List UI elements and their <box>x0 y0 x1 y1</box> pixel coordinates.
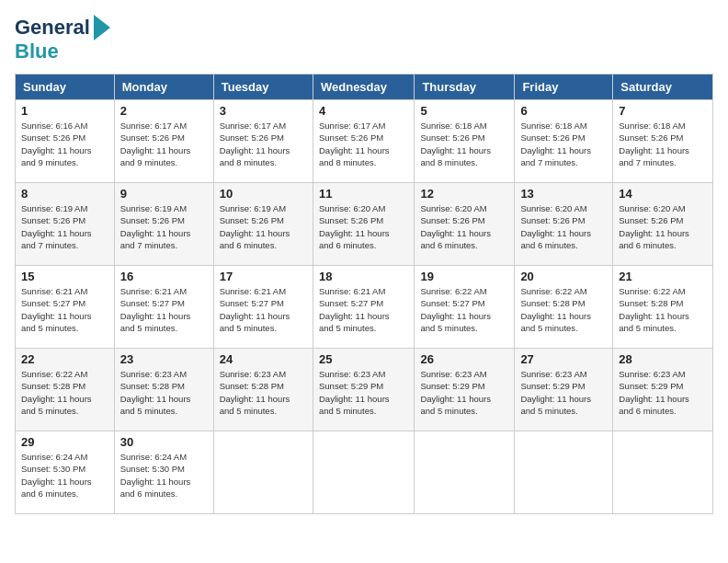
day-info: Sunrise: 6:19 AM Sunset: 5:26 PM Dayligh… <box>21 202 108 251</box>
calendar-day-1: 1Sunrise: 6:16 AM Sunset: 5:26 PM Daylig… <box>16 100 115 183</box>
day-info: Sunrise: 6:22 AM Sunset: 5:28 PM Dayligh… <box>619 285 707 334</box>
day-info: Sunrise: 6:20 AM Sunset: 5:26 PM Dayligh… <box>520 202 607 251</box>
day-info: Sunrise: 6:19 AM Sunset: 5:26 PM Dayligh… <box>220 202 307 251</box>
day-info: Sunrise: 6:21 AM Sunset: 5:27 PM Dayligh… <box>220 285 307 334</box>
calendar-day-26: 26Sunrise: 6:23 AM Sunset: 5:29 PM Dayli… <box>415 349 515 431</box>
day-number: 5 <box>420 104 508 118</box>
day-number: 6 <box>520 104 607 118</box>
calendar-day-empty <box>313 431 414 514</box>
calendar-header-row: SundayMondayTuesdayWednesdayThursdayFrid… <box>16 75 713 100</box>
calendar-day-18: 18Sunrise: 6:21 AM Sunset: 5:27 PM Dayli… <box>313 266 414 349</box>
calendar-day-25: 25Sunrise: 6:23 AM Sunset: 5:29 PM Dayli… <box>313 349 414 431</box>
day-number: 7 <box>619 104 707 118</box>
day-info: Sunrise: 6:18 AM Sunset: 5:26 PM Dayligh… <box>520 120 607 168</box>
day-number: 12 <box>420 187 508 201</box>
calendar-day-13: 13Sunrise: 6:20 AM Sunset: 5:26 PM Dayli… <box>515 183 613 266</box>
day-number: 13 <box>520 187 607 201</box>
calendar-day-11: 11Sunrise: 6:20 AM Sunset: 5:26 PM Dayli… <box>313 183 414 266</box>
day-info: Sunrise: 6:18 AM Sunset: 5:26 PM Dayligh… <box>619 120 707 168</box>
day-info: Sunrise: 6:22 AM Sunset: 5:28 PM Dayligh… <box>21 368 108 417</box>
calendar-day-17: 17Sunrise: 6:21 AM Sunset: 5:27 PM Dayli… <box>213 266 313 349</box>
calendar-day-14: 14Sunrise: 6:20 AM Sunset: 5:26 PM Dayli… <box>613 183 713 266</box>
day-info: Sunrise: 6:20 AM Sunset: 5:26 PM Dayligh… <box>420 202 508 251</box>
calendar-day-23: 23Sunrise: 6:23 AM Sunset: 5:28 PM Dayli… <box>114 349 213 431</box>
day-number: 24 <box>220 352 307 366</box>
day-info: Sunrise: 6:23 AM Sunset: 5:29 PM Dayligh… <box>520 368 607 417</box>
day-number: 27 <box>520 352 607 366</box>
calendar-day-8: 8Sunrise: 6:19 AM Sunset: 5:26 PM Daylig… <box>16 183 115 266</box>
calendar-day-28: 28Sunrise: 6:23 AM Sunset: 5:29 PM Dayli… <box>613 349 713 431</box>
calendar-day-6: 6Sunrise: 6:18 AM Sunset: 5:26 PM Daylig… <box>515 100 613 183</box>
calendar-day-empty <box>213 431 313 514</box>
calendar-day-24: 24Sunrise: 6:23 AM Sunset: 5:28 PM Dayli… <box>213 349 313 431</box>
day-number: 30 <box>120 435 208 449</box>
col-header-thursday: Thursday <box>415 75 515 100</box>
day-info: Sunrise: 6:17 AM Sunset: 5:26 PM Dayligh… <box>120 120 208 168</box>
day-number: 29 <box>21 435 108 449</box>
calendar-day-empty <box>415 431 515 514</box>
calendar-day-10: 10Sunrise: 6:19 AM Sunset: 5:26 PM Dayli… <box>213 183 313 266</box>
day-info: Sunrise: 6:21 AM Sunset: 5:27 PM Dayligh… <box>21 285 108 334</box>
day-number: 26 <box>420 352 508 366</box>
day-number: 23 <box>120 352 208 366</box>
day-info: Sunrise: 6:17 AM Sunset: 5:26 PM Dayligh… <box>220 120 307 168</box>
calendar-day-9: 9Sunrise: 6:19 AM Sunset: 5:26 PM Daylig… <box>114 183 213 266</box>
day-number: 2 <box>120 104 208 118</box>
col-header-friday: Friday <box>515 75 613 100</box>
day-info: Sunrise: 6:20 AM Sunset: 5:26 PM Dayligh… <box>319 202 408 251</box>
day-info: Sunrise: 6:16 AM Sunset: 5:26 PM Dayligh… <box>21 120 108 168</box>
calendar-week-row: 8Sunrise: 6:19 AM Sunset: 5:26 PM Daylig… <box>16 183 713 266</box>
calendar-day-20: 20Sunrise: 6:22 AM Sunset: 5:28 PM Dayli… <box>515 266 613 349</box>
day-info: Sunrise: 6:22 AM Sunset: 5:27 PM Dayligh… <box>420 285 508 334</box>
calendar-table: SundayMondayTuesdayWednesdayThursdayFrid… <box>15 74 713 514</box>
day-info: Sunrise: 6:21 AM Sunset: 5:27 PM Dayligh… <box>319 285 408 334</box>
calendar-day-29: 29Sunrise: 6:24 AM Sunset: 5:30 PM Dayli… <box>16 431 115 514</box>
day-number: 22 <box>21 352 108 366</box>
calendar-day-30: 30Sunrise: 6:24 AM Sunset: 5:30 PM Dayli… <box>114 431 213 514</box>
col-header-wednesday: Wednesday <box>313 75 414 100</box>
calendar-week-row: 1Sunrise: 6:16 AM Sunset: 5:26 PM Daylig… <box>16 100 713 183</box>
day-number: 18 <box>319 270 408 283</box>
day-info: Sunrise: 6:24 AM Sunset: 5:30 PM Dayligh… <box>21 451 108 500</box>
day-info: Sunrise: 6:23 AM Sunset: 5:28 PM Dayligh… <box>120 368 208 417</box>
day-number: 17 <box>220 270 307 283</box>
day-number: 20 <box>520 270 607 283</box>
day-info: Sunrise: 6:23 AM Sunset: 5:28 PM Dayligh… <box>220 368 307 417</box>
day-number: 9 <box>120 187 208 201</box>
day-number: 11 <box>319 187 408 201</box>
calendar-day-empty <box>613 431 713 514</box>
day-number: 8 <box>21 187 108 201</box>
calendar-day-3: 3Sunrise: 6:17 AM Sunset: 5:26 PM Daylig… <box>213 100 313 183</box>
calendar-day-15: 15Sunrise: 6:21 AM Sunset: 5:27 PM Dayli… <box>16 266 115 349</box>
col-header-saturday: Saturday <box>613 75 713 100</box>
calendar-day-empty <box>515 431 613 514</box>
calendar-day-16: 16Sunrise: 6:21 AM Sunset: 5:27 PM Dayli… <box>114 266 213 349</box>
logo-text-general: General <box>15 17 90 39</box>
day-info: Sunrise: 6:17 AM Sunset: 5:26 PM Dayligh… <box>319 120 408 168</box>
day-number: 3 <box>220 104 307 118</box>
day-number: 16 <box>120 270 208 283</box>
day-info: Sunrise: 6:23 AM Sunset: 5:29 PM Dayligh… <box>619 368 707 417</box>
day-info: Sunrise: 6:24 AM Sunset: 5:30 PM Dayligh… <box>120 451 208 500</box>
calendar-day-27: 27Sunrise: 6:23 AM Sunset: 5:29 PM Dayli… <box>515 349 613 431</box>
col-header-sunday: Sunday <box>16 75 115 100</box>
calendar-day-21: 21Sunrise: 6:22 AM Sunset: 5:28 PM Dayli… <box>613 266 713 349</box>
day-number: 25 <box>319 352 408 366</box>
day-info: Sunrise: 6:18 AM Sunset: 5:26 PM Dayligh… <box>420 120 508 168</box>
calendar-day-5: 5Sunrise: 6:18 AM Sunset: 5:26 PM Daylig… <box>415 100 515 183</box>
day-number: 4 <box>319 104 408 118</box>
day-info: Sunrise: 6:20 AM Sunset: 5:26 PM Dayligh… <box>619 202 707 251</box>
logo-text-blue: Blue <box>15 40 59 63</box>
calendar-day-22: 22Sunrise: 6:22 AM Sunset: 5:28 PM Dayli… <box>16 349 115 431</box>
col-header-monday: Monday <box>114 75 213 100</box>
day-info: Sunrise: 6:19 AM Sunset: 5:26 PM Dayligh… <box>120 202 208 251</box>
day-number: 10 <box>220 187 307 201</box>
logo: General Blue <box>15 15 110 63</box>
calendar-day-2: 2Sunrise: 6:17 AM Sunset: 5:26 PM Daylig… <box>114 100 213 183</box>
page-header: General Blue <box>15 15 713 63</box>
day-number: 21 <box>619 270 707 283</box>
calendar-week-row: 29Sunrise: 6:24 AM Sunset: 5:30 PM Dayli… <box>16 431 713 514</box>
day-number: 15 <box>21 270 108 283</box>
calendar-day-12: 12Sunrise: 6:20 AM Sunset: 5:26 PM Dayli… <box>415 183 515 266</box>
day-number: 19 <box>420 270 508 283</box>
